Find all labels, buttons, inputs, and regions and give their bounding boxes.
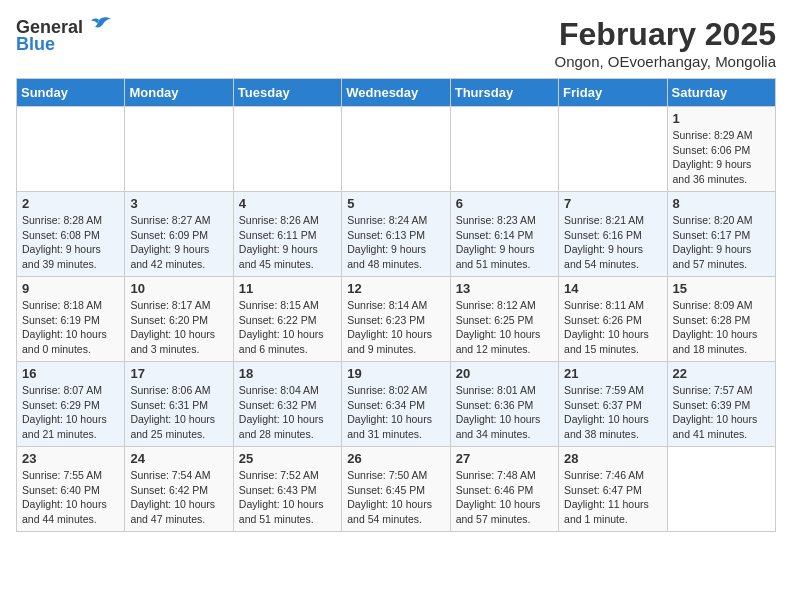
calendar-cell: 9Sunrise: 8:18 AM Sunset: 6:19 PM Daylig… bbox=[17, 277, 125, 362]
day-number: 1 bbox=[673, 111, 770, 126]
day-info: Sunrise: 7:46 AM Sunset: 6:47 PM Dayligh… bbox=[564, 468, 661, 527]
day-number: 25 bbox=[239, 451, 336, 466]
day-number: 26 bbox=[347, 451, 444, 466]
header-day-tuesday: Tuesday bbox=[233, 79, 341, 107]
day-info: Sunrise: 8:27 AM Sunset: 6:09 PM Dayligh… bbox=[130, 213, 227, 272]
header-day-wednesday: Wednesday bbox=[342, 79, 450, 107]
calendar-cell: 13Sunrise: 8:12 AM Sunset: 6:25 PM Dayli… bbox=[450, 277, 558, 362]
day-number: 14 bbox=[564, 281, 661, 296]
calendar-cell bbox=[233, 107, 341, 192]
day-info: Sunrise: 8:01 AM Sunset: 6:36 PM Dayligh… bbox=[456, 383, 553, 442]
day-number: 15 bbox=[673, 281, 770, 296]
calendar-cell: 2Sunrise: 8:28 AM Sunset: 6:08 PM Daylig… bbox=[17, 192, 125, 277]
day-number: 10 bbox=[130, 281, 227, 296]
calendar-week-1: 1Sunrise: 8:29 AM Sunset: 6:06 PM Daylig… bbox=[17, 107, 776, 192]
day-info: Sunrise: 8:26 AM Sunset: 6:11 PM Dayligh… bbox=[239, 213, 336, 272]
calendar-cell: 8Sunrise: 8:20 AM Sunset: 6:17 PM Daylig… bbox=[667, 192, 775, 277]
calendar-cell: 3Sunrise: 8:27 AM Sunset: 6:09 PM Daylig… bbox=[125, 192, 233, 277]
day-number: 28 bbox=[564, 451, 661, 466]
day-number: 6 bbox=[456, 196, 553, 211]
day-info: Sunrise: 8:23 AM Sunset: 6:14 PM Dayligh… bbox=[456, 213, 553, 272]
calendar-cell: 11Sunrise: 8:15 AM Sunset: 6:22 PM Dayli… bbox=[233, 277, 341, 362]
calendar-cell: 5Sunrise: 8:24 AM Sunset: 6:13 PM Daylig… bbox=[342, 192, 450, 277]
calendar-week-3: 9Sunrise: 8:18 AM Sunset: 6:19 PM Daylig… bbox=[17, 277, 776, 362]
day-number: 19 bbox=[347, 366, 444, 381]
day-info: Sunrise: 8:17 AM Sunset: 6:20 PM Dayligh… bbox=[130, 298, 227, 357]
header-day-friday: Friday bbox=[559, 79, 667, 107]
day-info: Sunrise: 8:21 AM Sunset: 6:16 PM Dayligh… bbox=[564, 213, 661, 272]
day-number: 16 bbox=[22, 366, 119, 381]
calendar-header-row: SundayMondayTuesdayWednesdayThursdayFrid… bbox=[17, 79, 776, 107]
calendar-week-5: 23Sunrise: 7:55 AM Sunset: 6:40 PM Dayli… bbox=[17, 447, 776, 532]
calendar-cell: 18Sunrise: 8:04 AM Sunset: 6:32 PM Dayli… bbox=[233, 362, 341, 447]
day-info: Sunrise: 8:29 AM Sunset: 6:06 PM Dayligh… bbox=[673, 128, 770, 187]
day-info: Sunrise: 7:50 AM Sunset: 6:45 PM Dayligh… bbox=[347, 468, 444, 527]
day-number: 5 bbox=[347, 196, 444, 211]
day-info: Sunrise: 8:18 AM Sunset: 6:19 PM Dayligh… bbox=[22, 298, 119, 357]
day-number: 17 bbox=[130, 366, 227, 381]
day-number: 13 bbox=[456, 281, 553, 296]
calendar-cell bbox=[342, 107, 450, 192]
day-number: 2 bbox=[22, 196, 119, 211]
header-day-sunday: Sunday bbox=[17, 79, 125, 107]
logo-blue-text: Blue bbox=[16, 34, 55, 55]
calendar-cell: 20Sunrise: 8:01 AM Sunset: 6:36 PM Dayli… bbox=[450, 362, 558, 447]
calendar-cell: 23Sunrise: 7:55 AM Sunset: 6:40 PM Dayli… bbox=[17, 447, 125, 532]
calendar-cell: 19Sunrise: 8:02 AM Sunset: 6:34 PM Dayli… bbox=[342, 362, 450, 447]
calendar-cell: 15Sunrise: 8:09 AM Sunset: 6:28 PM Dayli… bbox=[667, 277, 775, 362]
day-number: 3 bbox=[130, 196, 227, 211]
calendar-cell: 10Sunrise: 8:17 AM Sunset: 6:20 PM Dayli… bbox=[125, 277, 233, 362]
calendar-cell bbox=[17, 107, 125, 192]
day-number: 8 bbox=[673, 196, 770, 211]
bird-icon bbox=[85, 16, 113, 38]
day-number: 7 bbox=[564, 196, 661, 211]
calendar-cell: 25Sunrise: 7:52 AM Sunset: 6:43 PM Dayli… bbox=[233, 447, 341, 532]
calendar-week-4: 16Sunrise: 8:07 AM Sunset: 6:29 PM Dayli… bbox=[17, 362, 776, 447]
header-day-monday: Monday bbox=[125, 79, 233, 107]
day-info: Sunrise: 8:07 AM Sunset: 6:29 PM Dayligh… bbox=[22, 383, 119, 442]
calendar-cell: 26Sunrise: 7:50 AM Sunset: 6:45 PM Dayli… bbox=[342, 447, 450, 532]
calendar-cell bbox=[125, 107, 233, 192]
day-number: 27 bbox=[456, 451, 553, 466]
calendar-cell: 24Sunrise: 7:54 AM Sunset: 6:42 PM Dayli… bbox=[125, 447, 233, 532]
page-header: General Blue February 2025 Ongon, OEvoer… bbox=[16, 16, 776, 70]
calendar-cell: 1Sunrise: 8:29 AM Sunset: 6:06 PM Daylig… bbox=[667, 107, 775, 192]
calendar-cell: 14Sunrise: 8:11 AM Sunset: 6:26 PM Dayli… bbox=[559, 277, 667, 362]
calendar-cell bbox=[667, 447, 775, 532]
calendar-week-2: 2Sunrise: 8:28 AM Sunset: 6:08 PM Daylig… bbox=[17, 192, 776, 277]
title-area: February 2025 Ongon, OEvoerhangay, Mongo… bbox=[554, 16, 776, 70]
calendar-cell: 16Sunrise: 8:07 AM Sunset: 6:29 PM Dayli… bbox=[17, 362, 125, 447]
calendar-cell: 28Sunrise: 7:46 AM Sunset: 6:47 PM Dayli… bbox=[559, 447, 667, 532]
calendar-cell: 7Sunrise: 8:21 AM Sunset: 6:16 PM Daylig… bbox=[559, 192, 667, 277]
day-info: Sunrise: 7:54 AM Sunset: 6:42 PM Dayligh… bbox=[130, 468, 227, 527]
day-info: Sunrise: 8:02 AM Sunset: 6:34 PM Dayligh… bbox=[347, 383, 444, 442]
header-day-saturday: Saturday bbox=[667, 79, 775, 107]
day-number: 22 bbox=[673, 366, 770, 381]
day-info: Sunrise: 7:59 AM Sunset: 6:37 PM Dayligh… bbox=[564, 383, 661, 442]
day-info: Sunrise: 8:09 AM Sunset: 6:28 PM Dayligh… bbox=[673, 298, 770, 357]
logo: General Blue bbox=[16, 16, 113, 55]
day-number: 18 bbox=[239, 366, 336, 381]
day-info: Sunrise: 8:20 AM Sunset: 6:17 PM Dayligh… bbox=[673, 213, 770, 272]
calendar-cell: 12Sunrise: 8:14 AM Sunset: 6:23 PM Dayli… bbox=[342, 277, 450, 362]
header-day-thursday: Thursday bbox=[450, 79, 558, 107]
day-info: Sunrise: 8:12 AM Sunset: 6:25 PM Dayligh… bbox=[456, 298, 553, 357]
day-number: 4 bbox=[239, 196, 336, 211]
day-info: Sunrise: 7:48 AM Sunset: 6:46 PM Dayligh… bbox=[456, 468, 553, 527]
calendar-cell: 27Sunrise: 7:48 AM Sunset: 6:46 PM Dayli… bbox=[450, 447, 558, 532]
day-number: 9 bbox=[22, 281, 119, 296]
day-number: 23 bbox=[22, 451, 119, 466]
calendar-cell: 4Sunrise: 8:26 AM Sunset: 6:11 PM Daylig… bbox=[233, 192, 341, 277]
calendar-cell bbox=[450, 107, 558, 192]
day-info: Sunrise: 7:57 AM Sunset: 6:39 PM Dayligh… bbox=[673, 383, 770, 442]
day-number: 24 bbox=[130, 451, 227, 466]
day-info: Sunrise: 7:55 AM Sunset: 6:40 PM Dayligh… bbox=[22, 468, 119, 527]
month-title: February 2025 bbox=[554, 16, 776, 53]
day-info: Sunrise: 8:28 AM Sunset: 6:08 PM Dayligh… bbox=[22, 213, 119, 272]
day-info: Sunrise: 7:52 AM Sunset: 6:43 PM Dayligh… bbox=[239, 468, 336, 527]
day-info: Sunrise: 8:14 AM Sunset: 6:23 PM Dayligh… bbox=[347, 298, 444, 357]
day-info: Sunrise: 8:15 AM Sunset: 6:22 PM Dayligh… bbox=[239, 298, 336, 357]
location-title: Ongon, OEvoerhangay, Mongolia bbox=[554, 53, 776, 70]
day-number: 11 bbox=[239, 281, 336, 296]
day-info: Sunrise: 8:24 AM Sunset: 6:13 PM Dayligh… bbox=[347, 213, 444, 272]
